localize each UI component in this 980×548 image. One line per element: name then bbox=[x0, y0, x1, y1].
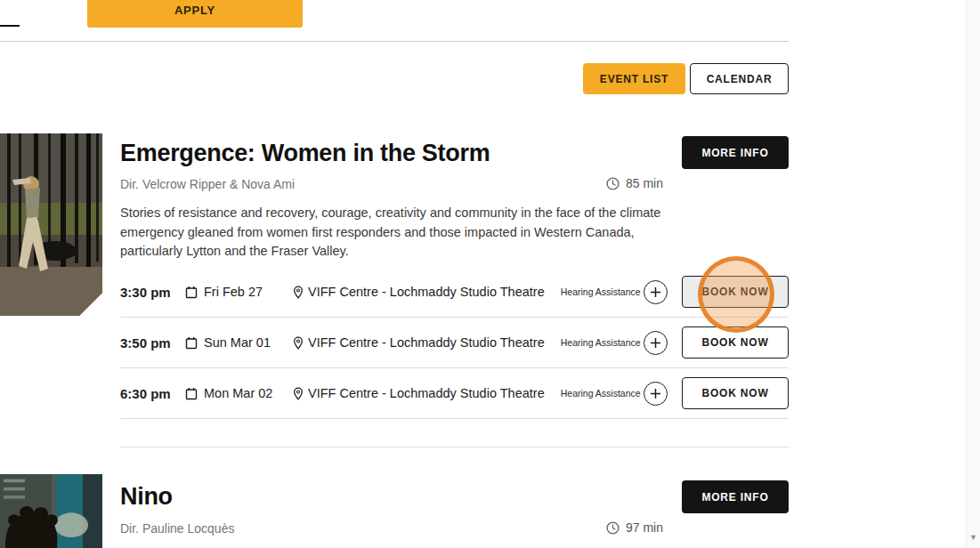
event-thumbnail[interactable] bbox=[0, 133, 102, 316]
accessibility-tag: Hearing Assistance bbox=[561, 337, 641, 348]
accessibility-tag: Hearing Assistance bbox=[561, 388, 641, 399]
book-now-button[interactable]: BOOK NOW bbox=[682, 377, 789, 409]
add-button[interactable] bbox=[644, 382, 668, 406]
event-duration-text: 97 min bbox=[626, 520, 663, 535]
showtime-date: Sun Mar 01 bbox=[204, 335, 280, 350]
plus-icon bbox=[650, 337, 661, 349]
calendar-toggle-button[interactable]: CALENDAR bbox=[690, 63, 789, 94]
event-duration-text: 85 min bbox=[626, 176, 663, 190]
active-tab-underline bbox=[0, 25, 20, 27]
event-thumbnail[interactable] bbox=[0, 474, 102, 548]
event-director: Dir. Velcrow Ripper & Nova Ami bbox=[120, 177, 295, 191]
header-divider bbox=[0, 41, 789, 42]
showtime-time: 3:30 pm bbox=[120, 285, 177, 300]
showtime-list: 3:30 pm Fri Feb 27 VIFF Centre - Lochmad… bbox=[120, 267, 789, 419]
calendar-icon bbox=[185, 286, 198, 299]
showtime-time: 3:50 pm bbox=[120, 335, 177, 351]
location-pin-icon bbox=[293, 336, 304, 350]
location-pin-icon bbox=[293, 387, 304, 400]
showtime-row: 3:50 pm Sun Mar 01 VIFF Centre - Lochmad… bbox=[120, 318, 789, 368]
showtime-date: Fri Feb 27 bbox=[204, 285, 280, 299]
nino-still-image bbox=[0, 474, 102, 548]
add-button[interactable] bbox=[644, 331, 668, 355]
accessibility-tag: Hearing Assistance bbox=[561, 286, 641, 297]
showtime-venue: VIFF Centre - Lochmaddy Studio Theatre bbox=[308, 335, 545, 350]
burnt-forest-dancer-image bbox=[0, 133, 102, 316]
showtime-date: Mon Mar 02 bbox=[204, 386, 280, 400]
book-now-button[interactable]: BOOK NOW bbox=[682, 276, 789, 308]
apply-button[interactable]: APPLY bbox=[87, 0, 303, 28]
book-now-button[interactable]: BOOK NOW bbox=[682, 326, 789, 359]
add-button[interactable] bbox=[644, 280, 668, 304]
showtime-row: 3:30 pm Fri Feb 27 VIFF Centre - Lochmad… bbox=[120, 267, 789, 318]
event-title[interactable]: Nino bbox=[120, 483, 173, 511]
showtime-row: 6:30 pm Mon Mar 02 VIFF Centre - Lochmad… bbox=[120, 368, 789, 419]
down-arrow-icon[interactable]: ▼ bbox=[967, 534, 980, 542]
event-title[interactable]: Emergence: Women in the Storm bbox=[120, 140, 490, 167]
section-divider bbox=[120, 447, 789, 447]
event-duration: 97 min bbox=[606, 520, 663, 535]
event-list-page: APPLY EVENT LIST CALENDAR Emergence: bbox=[0, 0, 980, 548]
showtime-time: 6:30 pm bbox=[120, 386, 177, 401]
calendar-icon bbox=[185, 336, 198, 350]
event-list-toggle-button[interactable]: EVENT LIST bbox=[583, 63, 685, 94]
scrollbar[interactable]: ▼ bbox=[966, 0, 980, 548]
plus-icon bbox=[650, 286, 661, 298]
more-info-button[interactable]: MORE INFO bbox=[682, 136, 789, 169]
calendar-icon bbox=[185, 387, 198, 400]
event-description: Stories of resistance and recovery, cour… bbox=[120, 204, 665, 262]
showtime-venue: VIFF Centre - Lochmaddy Studio Theatre bbox=[308, 285, 545, 299]
location-pin-icon bbox=[293, 286, 304, 299]
more-info-button[interactable]: MORE INFO bbox=[682, 480, 789, 513]
event-duration: 85 min bbox=[606, 176, 663, 190]
clock-icon bbox=[606, 521, 620, 535]
showtime-venue: VIFF Centre - Lochmaddy Studio Theatre bbox=[308, 386, 545, 400]
event-director: Dir. Pauline Locquès bbox=[120, 521, 234, 536]
plus-icon bbox=[650, 388, 661, 399]
clock-icon bbox=[606, 177, 620, 190]
